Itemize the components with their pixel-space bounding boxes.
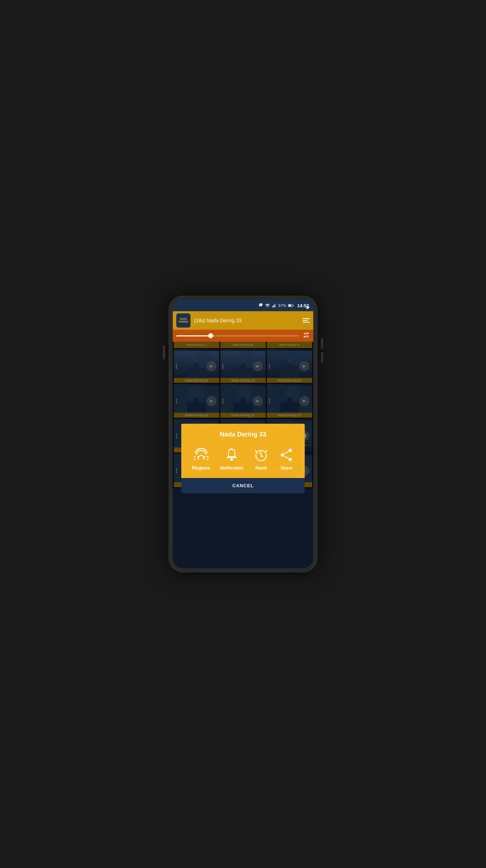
- svg-rect-2: [273, 305, 274, 307]
- svg-line-75: [284, 451, 289, 454]
- alarm-status-icon: [258, 303, 263, 308]
- alarm-label: Alarm: [255, 466, 267, 471]
- progress-bar-container: 1: [173, 330, 313, 342]
- power-button[interactable]: [163, 345, 165, 359]
- svg-rect-1: [272, 306, 273, 307]
- svg-line-76: [284, 456, 289, 458]
- share-action[interactable]: Share: [275, 445, 298, 472]
- svg-line-63: [194, 456, 195, 458]
- progress-thumb[interactable]: [208, 333, 213, 338]
- cancel-button[interactable]: CANCEL: [181, 478, 305, 493]
- status-bar: 57% 14:53: [173, 300, 313, 311]
- battery-icon: [288, 303, 294, 308]
- ringtone-action[interactable]: Ringtone: [188, 445, 214, 472]
- dialog-title: Nada Dering 33: [187, 431, 299, 438]
- progress-fill: [176, 335, 211, 336]
- share-icon: [278, 447, 294, 463]
- app-logo: NADADERING: [176, 313, 190, 328]
- ringtone-icon: [193, 447, 209, 463]
- phone-frame: 57% 14:53 NADADERING (18s) Nada Dering 3…: [169, 296, 317, 572]
- svg-point-67: [231, 458, 233, 461]
- progress-track[interactable]: [176, 335, 299, 336]
- svg-text:1: 1: [305, 334, 307, 336]
- ringtone-label: Ringtone: [192, 466, 210, 471]
- battery-text: 57%: [278, 303, 286, 308]
- svg-rect-7: [288, 305, 291, 307]
- svg-point-74: [289, 458, 292, 461]
- vol-down-button[interactable]: [321, 352, 323, 363]
- repeat-button[interactable]: 1: [303, 331, 310, 340]
- svg-rect-3: [274, 304, 275, 308]
- notification-action[interactable]: Notification: [216, 445, 247, 472]
- alarm-action[interactable]: z z Alarm: [250, 445, 272, 472]
- vol-up-button[interactable]: [321, 338, 323, 349]
- phone-screen: 57% 14:53 NADADERING (18s) Nada Dering 3…: [173, 300, 313, 568]
- dialog-actions: Ringtone: [187, 445, 299, 472]
- svg-line-65: [207, 456, 208, 458]
- notification-icon: [224, 447, 239, 463]
- dialog-overlay: Nada Dering 33: [173, 342, 313, 568]
- app-header: NADADERING (18s) Nada Dering 33 ▶: [173, 311, 313, 330]
- alarm-dialog-icon: z z: [253, 447, 269, 463]
- notification-label: Notification: [220, 466, 243, 471]
- svg-rect-4: [275, 303, 276, 307]
- svg-point-73: [281, 453, 284, 456]
- app-title: (18s) Nada Dering 33: [194, 318, 303, 323]
- svg-point-72: [289, 449, 292, 452]
- share-label: Share: [281, 466, 292, 471]
- content-area: Nada Dering 17 Nada Dering 20 Nada Derin…: [173, 342, 313, 568]
- menu-button[interactable]: ▶: [303, 318, 310, 323]
- wifi-icon: [265, 303, 270, 308]
- action-dialog: Nada Dering 33: [181, 424, 305, 493]
- svg-text:z: z: [260, 449, 262, 452]
- status-icons: 57% 14:53: [258, 303, 309, 308]
- svg-rect-6: [293, 305, 293, 306]
- dialog-body: Nada Dering 33: [181, 424, 305, 478]
- signal-icon: [272, 303, 277, 308]
